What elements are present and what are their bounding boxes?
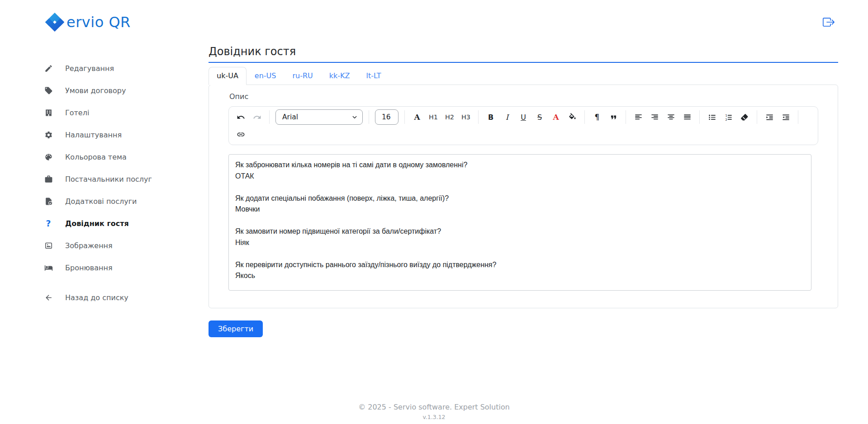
ordered-list-button[interactable]: 12 — [721, 110, 735, 124]
chevron-down-icon — [351, 114, 358, 120]
app-logo[interactable]: ervio QR — [44, 12, 131, 33]
align-right-button[interactable] — [648, 110, 661, 124]
sidebar-item-editing[interactable]: Редагування — [43, 62, 185, 75]
editor-line — [235, 215, 805, 226]
sidebar-item-label: Редагування — [65, 64, 114, 73]
tab-ru-RU[interactable]: ru-RU — [284, 67, 321, 85]
align-right-icon — [650, 113, 659, 122]
align-justify-button[interactable] — [680, 110, 694, 124]
paragraph-button[interactable]: ¶ — [590, 110, 604, 124]
indent-icon — [765, 113, 774, 122]
toolbar-separator — [757, 110, 757, 124]
toolbar-separator — [404, 110, 405, 124]
toolbar-separator — [699, 110, 700, 124]
sidebar-item-guest-directory[interactable]: ? Довідник гостя — [43, 217, 185, 230]
font-size-input[interactable] — [375, 109, 398, 125]
editor-line: Як забронювати кілька номерів на ті самі… — [235, 160, 805, 171]
editor-content[interactable]: Як забронювати кілька номерів на ті самі… — [228, 154, 811, 291]
bed-icon — [43, 263, 53, 273]
indent-button[interactable] — [763, 110, 776, 124]
blockquote-button[interactable] — [607, 110, 620, 124]
sidebar-back-to-list[interactable]: Назад до списку — [43, 291, 185, 304]
font-family-value: Arial — [282, 113, 298, 121]
background-color-button[interactable] — [565, 110, 579, 124]
sidebar-item-service-providers[interactable]: Постачальники послуг — [43, 173, 185, 185]
undo-icon — [237, 113, 245, 122]
underline-button[interactable]: U — [517, 110, 530, 124]
tab-en-US[interactable]: en-US — [247, 67, 285, 85]
undo-button[interactable] — [234, 110, 247, 124]
editor-card: Опис Arial A H1 H2 H — [209, 85, 838, 308]
tab-lt-LT[interactable]: lt-LT — [358, 67, 389, 85]
strikethrough-button[interactable]: S — [533, 110, 546, 124]
outdent-icon — [782, 113, 790, 122]
paint-bucket-icon — [568, 113, 577, 122]
editor-line: Як замовити номер підвищеної категорії з… — [235, 226, 805, 237]
list-ol-icon: 12 — [724, 113, 733, 122]
svg-text:1: 1 — [725, 113, 727, 117]
sidebar-item-bookings[interactable]: Бронювання — [43, 261, 185, 274]
tab-uk-UA[interactable]: uk-UA — [209, 67, 247, 85]
sidebar-item-label: Довідник гостя — [65, 219, 129, 228]
italic-button[interactable]: I — [500, 110, 514, 124]
editor-line: Ніяк — [235, 237, 805, 249]
palette-icon — [43, 152, 53, 162]
toolbar-separator — [369, 110, 369, 124]
sidebar-item-contract-terms[interactable]: Умови договору — [43, 84, 185, 97]
main-content: Довідник гостя uk-UA en-US ru-RU kk-KZ l… — [209, 45, 838, 337]
sidebar: Редагування Умови договору Готелі Налашт… — [43, 62, 185, 313]
eraser-icon — [740, 113, 749, 122]
font-family-select[interactable]: Arial — [275, 109, 363, 125]
toolbar-row-1: Arial A H1 H2 H3 B I U S A — [232, 108, 814, 126]
sidebar-item-color-theme[interactable]: Кольорова тема — [43, 151, 185, 163]
bold-button[interactable]: B — [484, 110, 498, 124]
footer-version: v.1.3.12 — [0, 414, 868, 420]
sidebar-item-label: Постачальники послуг — [65, 175, 152, 184]
sidebar-item-label: Кольорова тема — [65, 153, 127, 161]
text-color-button[interactable]: A — [549, 110, 563, 124]
h1-button[interactable]: H1 — [427, 110, 440, 124]
logout-button[interactable] — [823, 16, 835, 29]
editor-line: Якось — [235, 270, 805, 282]
save-button[interactable]: Зберегти — [209, 320, 263, 337]
toolbar-separator — [798, 110, 798, 124]
page-title: Довідник гостя — [209, 45, 838, 63]
sidebar-item-label: Умови договору — [65, 86, 126, 95]
toolbar-separator — [584, 110, 585, 124]
h2-button[interactable]: H2 — [443, 110, 456, 124]
gear-icon — [43, 130, 53, 140]
sidebar-item-settings[interactable]: Налаштування — [43, 128, 185, 141]
toolbar-row-2 — [232, 126, 814, 143]
toolbar-separator — [478, 110, 479, 124]
pencil-icon — [43, 63, 53, 73]
editor-toolbar: Arial A H1 H2 H3 B I U S A — [228, 106, 818, 145]
box-arrow-right-icon — [823, 16, 835, 28]
redo-button[interactable] — [250, 110, 264, 124]
outdent-button[interactable] — [779, 110, 792, 124]
h3-button[interactable]: H3 — [459, 110, 473, 124]
clear-format-button[interactable] — [738, 110, 751, 124]
redo-icon — [253, 113, 261, 122]
tab-kk-KZ[interactable]: kk-KZ — [321, 67, 358, 85]
toolbar-separator — [269, 110, 270, 124]
question-icon: ? — [43, 218, 53, 228]
editor-line — [235, 248, 805, 259]
link-icon — [237, 130, 245, 139]
editor-line: ОТАК — [235, 171, 805, 182]
image-icon — [43, 240, 53, 250]
insert-link-button[interactable] — [234, 127, 247, 141]
align-left-icon — [634, 113, 643, 122]
sidebar-item-label: Зображення — [65, 241, 113, 250]
footer-copyright: © 2025 - Servio software. Expert Solutio… — [0, 403, 868, 411]
font-style-button[interactable]: A — [410, 110, 424, 124]
language-tabs: uk-UA en-US ru-RU kk-KZ lt-LT — [209, 67, 838, 85]
sidebar-item-hotels[interactable]: Готелі — [43, 106, 185, 119]
editor-line: Як перевірити доступність раннього заїзд… — [235, 259, 805, 271]
align-left-button[interactable] — [631, 110, 645, 124]
editor-line — [235, 182, 805, 193]
align-center-button[interactable] — [664, 110, 678, 124]
logo-wordmark: ervio QR — [66, 14, 131, 31]
sidebar-item-additional-services[interactable]: Додаткові послуги — [43, 195, 185, 207]
unordered-list-button[interactable] — [705, 110, 719, 124]
sidebar-item-images[interactable]: Зображення — [43, 239, 185, 252]
